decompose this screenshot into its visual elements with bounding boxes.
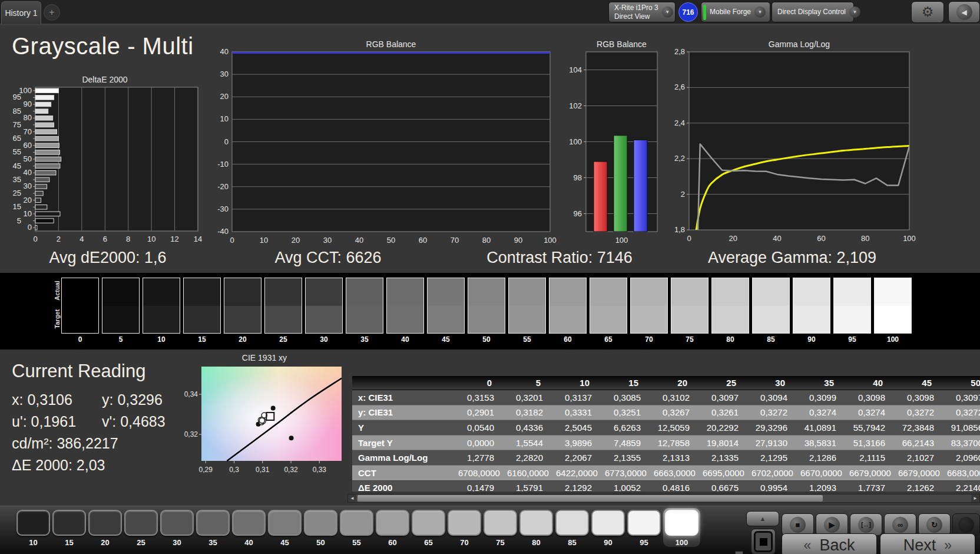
avg-de2000-stat: Avg dE2000: 1,6 [49, 249, 166, 267]
svg-text:75: 75 [13, 120, 21, 129]
display-control-dropdown[interactable]: Direct Display Control ▼ [772, 2, 854, 22]
reading-de2000: ΔE 2000: 2,03 [12, 457, 105, 474]
table-row-label: y: CIE31 [352, 405, 458, 420]
step-measure-button[interactable]: [↔] [850, 513, 882, 536]
patch-level-label: 85 [555, 538, 589, 547]
patch-button-50[interactable]: 50 [304, 510, 337, 547]
patch-button-55[interactable]: 55 [340, 510, 373, 547]
patch-window-button[interactable] [751, 529, 776, 554]
patch-button-85[interactable]: 85 [555, 510, 589, 547]
patch-button-75[interactable]: 75 [484, 510, 517, 547]
patch-button-80[interactable]: 80 [519, 510, 553, 547]
add-tab-button[interactable]: + [44, 4, 60, 21]
patch-level-label: 40 [232, 538, 266, 547]
table-cell: 2,2140 [947, 480, 980, 492]
table-cell: 2,1286 [800, 450, 849, 466]
tab-history-1[interactable]: History 1 [1, 1, 41, 24]
table-cell: 0,3267 [654, 405, 703, 420]
table-cell: 1,5791 [507, 480, 556, 492]
next-button[interactable]: Next » [880, 533, 975, 554]
svg-text:Gamma Log/Log: Gamma Log/Log [769, 39, 830, 49]
table-cell: 0,1479 [458, 480, 507, 492]
scroll-left-icon[interactable]: ◄ [348, 494, 356, 502]
source-dropdown[interactable]: Mobile Forge ▼ [701, 2, 770, 22]
table-cell: 0,3094 [751, 390, 800, 405]
play-button[interactable]: ▶ [816, 513, 848, 536]
svg-text:90: 90 [24, 100, 32, 108]
table-cell: 6663,0000 [654, 465, 703, 480]
back-button[interactable]: « Back [782, 533, 877, 554]
patch-level-label: 100 [665, 538, 698, 547]
target-row-label: Target [54, 307, 61, 331]
svg-text:100: 100 [569, 137, 582, 146]
table-scrollbar[interactable]: ◄ ► [347, 494, 980, 503]
svg-text:100: 100 [615, 236, 628, 245]
table-row: CCT6708,00006160,00006422,00006773,00006… [352, 465, 980, 480]
actual-row-label: Actual [54, 279, 61, 302]
table-row: y: CIE310,29010,31820,33310,32510,32670,… [352, 405, 980, 420]
meter-dropdown[interactable]: X-Rite i1Pro 3Direct View ▼ [608, 2, 676, 22]
table-cell: 6422,0000 [556, 465, 605, 480]
patch-button-40[interactable]: 40 [232, 510, 266, 547]
patch-scroll-right-icon[interactable]: ► [735, 551, 743, 554]
swatch-level-label: 100 [874, 335, 912, 344]
svg-text:8: 8 [126, 235, 130, 243]
table-col-header: 10 [556, 376, 605, 390]
patch-button-60[interactable]: 60 [376, 510, 409, 547]
patch-panel-up-button[interactable]: ▲ [746, 511, 779, 526]
current-reading-panel: Current Reading x: 0,3106y: 0,3296 u': 0… [12, 361, 165, 479]
table-cell: 2,5045 [556, 420, 605, 436]
collapse-panel-button[interactable]: ◀ [948, 1, 980, 23]
page-title: Grayscale - Multi [12, 33, 194, 60]
svg-text:40: 40 [773, 234, 781, 243]
svg-text:4: 4 [80, 235, 84, 243]
stop-button[interactable]: ■ [782, 513, 814, 536]
table-cell: 2,1295 [751, 450, 800, 466]
reading-x: x: 0,3106 [12, 391, 102, 408]
swatch-level-label: 0 [61, 335, 99, 344]
svg-text:50: 50 [387, 236, 395, 245]
table-cell: 51,3166 [849, 435, 898, 450]
settings-button[interactable]: ⚙ [911, 1, 944, 23]
meter-reading-badge[interactable]: 716 [678, 2, 698, 22]
patch-button-25[interactable]: 25 [124, 510, 158, 547]
svg-text:RGB Balance: RGB Balance [597, 39, 647, 49]
gray-swatch: 30 [305, 278, 343, 344]
table-cell: 2,1355 [605, 450, 654, 466]
patch-button-20[interactable]: 20 [88, 510, 122, 547]
table-col-header: 15 [605, 376, 654, 390]
gray-swatch: 40 [386, 278, 424, 344]
patch-level-label: 80 [519, 538, 553, 547]
patch-button-70[interactable]: 70 [448, 510, 481, 547]
patch-button-100[interactable]: 100 [663, 508, 700, 547]
top-bar: History 1 + X-Rite i1Pro 3Direct View ▼ … [0, 0, 980, 25]
table-cell: 6670,0000 [800, 465, 849, 480]
patch-button-15[interactable]: 15 [52, 510, 86, 547]
stop-icon: ■ [790, 517, 806, 533]
patch-button-45[interactable]: 45 [268, 510, 302, 547]
patch-button-90[interactable]: 90 [591, 510, 625, 547]
table-cell: 0,0540 [458, 420, 507, 436]
svg-text:10: 10 [24, 209, 32, 218]
swatch-level-label: 90 [793, 335, 830, 344]
table-cell: 0,0000 [458, 435, 507, 450]
table-col-header: 40 [849, 376, 898, 390]
patch-button-65[interactable]: 65 [412, 510, 445, 547]
scrollbar-thumb[interactable] [357, 495, 823, 502]
patch-button-10[interactable]: 10 [16, 510, 50, 547]
table-cell: 72,3848 [898, 420, 947, 436]
patch-button-30[interactable]: 30 [160, 510, 194, 547]
table-cell: 41,0891 [800, 420, 849, 436]
svg-text:80: 80 [861, 234, 869, 243]
table-cell: 0,3097 [703, 390, 751, 405]
continuous-measure-button[interactable]: ∞ [884, 513, 916, 536]
table-cell: 1,5544 [507, 435, 556, 450]
patch-button-95[interactable]: 95 [627, 510, 661, 547]
scroll-right-icon[interactable]: ► [971, 494, 979, 502]
average-gamma-stat: Average Gamma: 2,109 [708, 249, 876, 267]
current-reading-title: Current Reading [12, 361, 165, 382]
patch-button-35[interactable]: 35 [196, 510, 230, 547]
table-cell: 2,1115 [849, 450, 898, 466]
loop-measure-button[interactable]: ↻ [918, 513, 951, 536]
svg-text:-30: -30 [217, 205, 229, 213]
